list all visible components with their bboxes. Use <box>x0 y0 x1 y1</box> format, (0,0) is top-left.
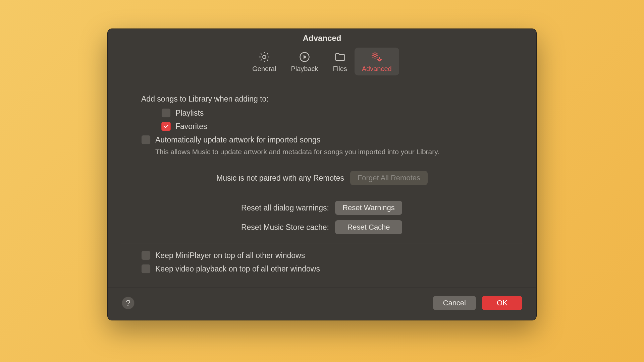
auto-artwork-option[interactable]: Automatically update artwork for importe… <box>141 135 503 144</box>
video-ontop-option[interactable]: Keep video playback on top of all other … <box>141 264 503 274</box>
auto-artwork-hint: This allows Music to update artwork and … <box>155 148 503 156</box>
svg-point-0 <box>263 55 266 59</box>
playlists-option[interactable]: Playlists <box>161 108 503 118</box>
reset-cache-label: Reset Music Store cache: <box>141 223 329 232</box>
checkbox-favorites[interactable] <box>161 122 171 131</box>
checkbox-playlists[interactable] <box>161 108 171 118</box>
tab-files[interactable]: Files <box>326 48 355 75</box>
ok-button[interactable]: OK <box>482 296 522 310</box>
tab-bar: General Playback Files Advanced <box>108 46 536 81</box>
tab-playback[interactable]: Playback <box>283 48 325 75</box>
remotes-status: Music is not paired with any Remotes <box>216 174 344 183</box>
window-title: Advanced <box>108 29 536 46</box>
content-area: Add songs to Library when adding to: Pla… <box>108 81 536 286</box>
remotes-row: Music is not paired with any Remotes For… <box>141 164 503 192</box>
tab-label: Playback <box>291 65 318 73</box>
forget-remotes-button[interactable]: Forget All Remotes <box>350 171 428 185</box>
checkbox-label: Favorites <box>175 122 207 131</box>
play-circle-icon <box>298 50 311 64</box>
tab-label: General <box>252 65 276 73</box>
folder-icon <box>333 50 347 64</box>
checkbox-label: Keep video playback on top of all other … <box>155 264 320 274</box>
gear-icon <box>258 50 271 64</box>
tab-label: Files <box>333 65 347 73</box>
checkbox-label: Keep MiniPlayer on top of all other wind… <box>155 251 305 260</box>
reset-warnings-label: Reset all dialog warnings: <box>141 203 329 213</box>
checkbox-label: Automatically update artwork for importe… <box>155 135 320 144</box>
tab-advanced[interactable]: Advanced <box>355 48 399 75</box>
gears-icon <box>370 50 383 64</box>
tab-general[interactable]: General <box>245 48 283 75</box>
cancel-button[interactable]: Cancel <box>433 296 476 310</box>
section-heading: Add songs to Library when adding to: <box>141 95 503 104</box>
checkbox-video-ontop[interactable] <box>141 264 151 274</box>
checkbox-label: Playlists <box>175 109 204 118</box>
reset-cache-button[interactable]: Reset Cache <box>335 220 402 234</box>
reset-cache-row: Reset Music Store cache: Reset Cache <box>141 218 503 237</box>
checkbox-auto-artwork[interactable] <box>141 135 151 144</box>
svg-point-2 <box>374 54 376 56</box>
reset-warnings-button[interactable]: Reset Warnings <box>335 201 402 215</box>
favorites-option[interactable]: Favorites <box>161 122 503 131</box>
library-section: Add songs to Library when adding to: Pla… <box>141 95 503 164</box>
preferences-window: Advanced General Playback Files Advanced <box>107 28 537 320</box>
reset-warnings-row: Reset all dialog warnings: Reset Warning… <box>141 198 503 218</box>
checkbox-miniplayer-ontop[interactable] <box>141 251 151 260</box>
help-button[interactable]: ? <box>122 297 135 309</box>
svg-point-3 <box>379 59 381 61</box>
tab-label: Advanced <box>362 65 392 73</box>
miniplayer-ontop-option[interactable]: Keep MiniPlayer on top of all other wind… <box>141 251 503 260</box>
footer: ? Cancel OK <box>108 288 536 320</box>
